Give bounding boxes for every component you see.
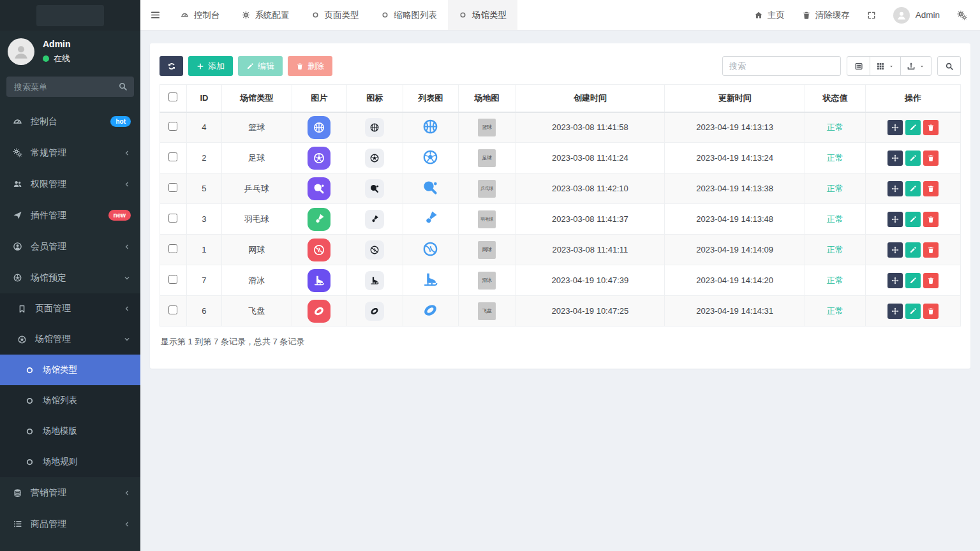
header-list-image[interactable]: 列表图: [403, 85, 458, 112]
venue-icon-chip: [365, 210, 384, 229]
search-submit-button[interactable]: [937, 56, 961, 76]
pencil-icon: [909, 246, 917, 254]
sidebar-item-商品管理[interactable]: 商品管理: [0, 508, 140, 540]
header-site-map[interactable]: 场地图: [458, 85, 516, 112]
cell-actions: [866, 143, 961, 173]
row-checkbox[interactable]: [168, 152, 177, 161]
ring-icon: [24, 427, 35, 436]
sidebar-search-input[interactable]: [6, 77, 134, 97]
tab-系统配置[interactable]: 系统配置: [231, 0, 301, 30]
delete-row-button[interactable]: [923, 304, 939, 319]
columns-dropdown-button[interactable]: [870, 56, 901, 76]
drag-button[interactable]: [887, 120, 903, 135]
edit-row-button[interactable]: [905, 242, 921, 258]
sidebar-item-场馆类型[interactable]: 场馆类型: [0, 355, 140, 385]
badminton-icon: [422, 210, 439, 227]
select-all-checkbox[interactable]: [168, 92, 177, 101]
site-map-thumbnail: 滑冰: [478, 272, 496, 290]
header-image[interactable]: 图片: [292, 85, 346, 112]
delete-row-button[interactable]: [923, 120, 939, 135]
tab-控制台[interactable]: 控制台: [170, 0, 231, 30]
drag-button[interactable]: [887, 151, 903, 166]
drag-button[interactable]: [887, 212, 903, 227]
sidebar-item-控制台[interactable]: 控制台hot: [0, 106, 140, 137]
delete-row-button[interactable]: [923, 181, 939, 196]
pencil-icon: [246, 62, 254, 70]
edit-row-button[interactable]: [905, 151, 921, 166]
header-status[interactable]: 状态值: [805, 85, 866, 112]
sidebar-item-场地模版[interactable]: 场地模版: [0, 416, 140, 446]
drag-button[interactable]: [887, 273, 903, 288]
row-checkbox[interactable]: [168, 122, 177, 131]
delete-row-button[interactable]: [923, 151, 939, 166]
user-menu[interactable]: Admin: [893, 7, 940, 24]
delete-row-button[interactable]: [923, 242, 939, 258]
list-icon: [11, 519, 23, 529]
export-dropdown-button[interactable]: [900, 56, 932, 76]
sidebar-item-权限管理[interactable]: 权限管理: [0, 168, 140, 200]
drag-button[interactable]: [887, 181, 903, 196]
detail-view-button[interactable]: [847, 56, 870, 76]
edit-row-button[interactable]: [905, 273, 921, 288]
sidebar-item-场馆管理[interactable]: 场馆管理: [0, 324, 140, 355]
table-header-row: ID 场馆类型 图片 图标 列表图 场地图 创建时间 更新时间 状态值 操作: [160, 85, 961, 112]
sidebar-item-label: 商品管理: [31, 518, 66, 530]
clear-cache-link[interactable]: 清除缓存: [802, 10, 850, 21]
edit-row-button[interactable]: [905, 212, 921, 227]
person-icon: [896, 10, 907, 21]
edit-row-button[interactable]: [905, 120, 921, 135]
sidebar-item-场馆列表[interactable]: 场馆列表: [0, 385, 140, 416]
add-button[interactable]: 添加: [188, 56, 233, 76]
row-checkbox[interactable]: [168, 305, 177, 314]
sidebar-toggle-button[interactable]: [140, 0, 170, 30]
header-venue-type[interactable]: 场馆类型: [221, 85, 292, 112]
cell-select: [160, 235, 187, 265]
header-icon[interactable]: 图标: [346, 85, 403, 112]
header-id[interactable]: ID: [186, 85, 221, 112]
ring-icon: [459, 11, 467, 19]
edit-button[interactable]: 编辑: [238, 56, 283, 76]
row-checkbox[interactable]: [168, 275, 177, 284]
drag-button[interactable]: [887, 242, 903, 258]
cell-status: 正常: [805, 173, 866, 204]
venue-image: [308, 269, 330, 292]
record-summary: 显示第 1 到第 7 条记录，总共 7 条记录: [160, 336, 961, 348]
fullscreen-button[interactable]: [867, 11, 876, 20]
search-icon[interactable]: [118, 82, 128, 91]
row-checkbox[interactable]: [168, 183, 177, 192]
sidebar-item-插件管理[interactable]: 插件管理new: [0, 200, 140, 231]
refresh-button[interactable]: [160, 56, 183, 76]
ring-icon: [381, 11, 389, 19]
sidebar-item-常规管理[interactable]: 常规管理: [0, 137, 140, 168]
table-search-input[interactable]: [722, 56, 841, 76]
row-checkbox[interactable]: [168, 214, 177, 223]
avatar: [893, 7, 910, 24]
dashboard-icon: [181, 11, 189, 19]
sidebar-item-会员管理[interactable]: 会员管理: [0, 231, 140, 262]
drag-button[interactable]: [887, 304, 903, 319]
row-checkbox[interactable]: [168, 244, 177, 253]
delete-button[interactable]: 删除: [288, 56, 332, 76]
home-label: 主页: [768, 10, 785, 21]
move-icon: [891, 216, 899, 223]
sidebar-item-场地规则[interactable]: 场地规则: [0, 446, 140, 477]
tab-缩略图列表[interactable]: 缩略图列表: [370, 0, 449, 30]
tab-页面类型[interactable]: 页面类型: [301, 0, 370, 30]
venue-image: [308, 116, 330, 139]
edit-row-button[interactable]: [905, 181, 921, 196]
sidebar-item-label: 常规管理: [31, 147, 66, 159]
sidebar-item-场馆预定[interactable]: 场馆预定: [0, 262, 140, 293]
edit-row-button[interactable]: [905, 304, 921, 319]
delete-row-button[interactable]: [923, 273, 939, 288]
pencil-icon: [909, 124, 917, 131]
sidebar-item-营销管理[interactable]: 营销管理: [0, 477, 140, 508]
header-updated-time[interactable]: 更新时间: [665, 85, 805, 112]
move-icon: [891, 277, 899, 284]
tab-场馆类型[interactable]: 场馆类型: [448, 0, 517, 30]
home-link[interactable]: 主页: [754, 10, 785, 21]
delete-row-button[interactable]: [923, 212, 939, 227]
venue-type-table: ID 场馆类型 图片 图标 列表图 场地图 创建时间 更新时间 状态值 操作 4…: [160, 84, 961, 327]
header-created-time[interactable]: 创建时间: [516, 85, 665, 112]
settings-button[interactable]: [957, 10, 967, 20]
sidebar-item-页面管理[interactable]: 页面管理: [0, 293, 140, 324]
